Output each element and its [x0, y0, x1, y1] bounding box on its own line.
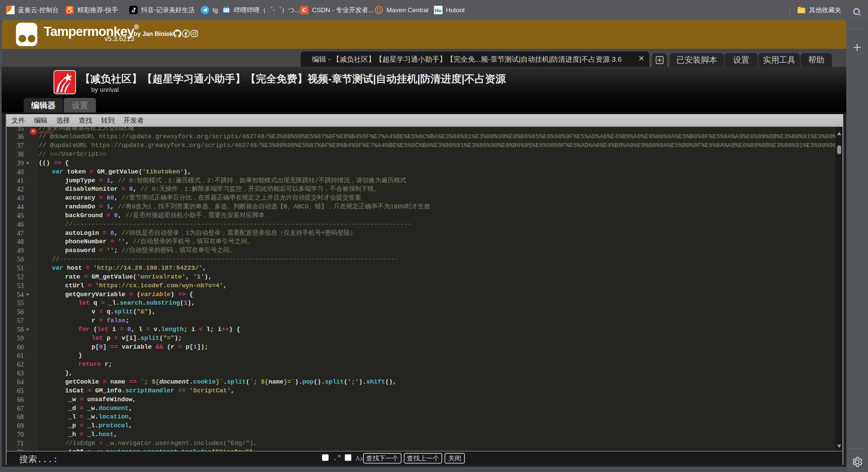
svg-text:Hu: Hu: [435, 7, 442, 13]
